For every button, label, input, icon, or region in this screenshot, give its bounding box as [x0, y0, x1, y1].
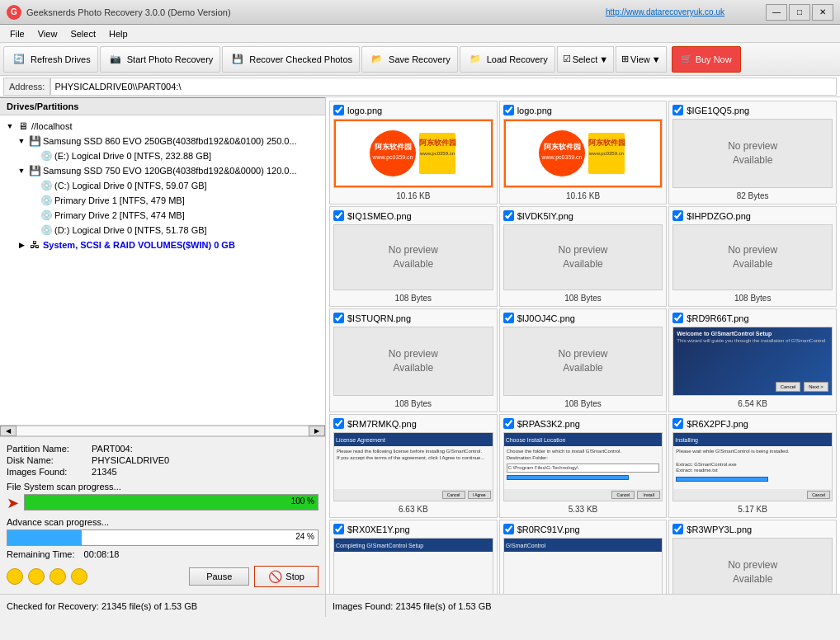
thumb-name-9: $RD9R66T.png: [687, 313, 748, 323]
maximize-button[interactable]: □: [789, 4, 810, 21]
menu-view[interactable]: View: [31, 27, 64, 40]
fs-progress-text: 100 %: [291, 496, 314, 506]
thumb-checkbox-5[interactable]: [503, 210, 514, 221]
thumb-checkbox-13[interactable]: [333, 524, 344, 534]
load-icon: 📁: [467, 51, 484, 68]
thumb-size-11: 5.33 KB: [503, 505, 663, 514]
logo-image-2: 阿东软件园 www.pc0359.cn 阿东软件园 www.pc0359.cn: [504, 120, 663, 187]
thumb-checkbox-12[interactable]: [672, 418, 683, 429]
spacer: [28, 196, 38, 205]
menu-file[interactable]: File: [3, 27, 31, 40]
select-icon: ☑: [563, 54, 571, 64]
expand-icon[interactable]: ▼: [5, 122, 15, 130]
thumb-header-5: $IVDK5IY.png: [503, 210, 663, 221]
url-link[interactable]: http://www.datarecoveryuk.co.uk: [606, 7, 724, 16]
logo-svg-2: 阿东软件园 www.pc0359.cn 阿东软件园 www.pc0359.cn: [537, 129, 628, 178]
installer1-image: License Agreement Please read the follow…: [334, 433, 493, 501]
tree-primary2[interactable]: 💿 Primary Drive 2 [NTFS, 474 MB]: [26, 208, 322, 223]
tree-drive-c[interactable]: 💿 (C:) Logical Drive 0 [NTFS, 59.07 GB]: [26, 178, 322, 193]
status-dot-3: [50, 568, 66, 585]
titlebar: G Geeksnerds Photo Recovery 3.0.0 (Demo …: [0, 0, 840, 25]
adv-progress-text: 24 %: [295, 532, 314, 541]
scrollbar-track: [17, 426, 309, 436]
thumb-header-3: $IGE1QQ5.png: [672, 105, 833, 115]
thumb-item-13: $RX0XE1Y.png Completing G!SmartControl S…: [329, 520, 498, 594]
right-panel[interactable]: logo.png 阿东软件园 www.pc0359.cn 阿东软件园 www.p…: [326, 97, 840, 594]
disk-name-label: Disk Name:: [7, 455, 89, 465]
drives-tree[interactable]: ▼ 🖥 //localhost ▼ 💾 Samsung SSD 860 EVO …: [0, 115, 325, 425]
logo-image-1: 阿东软件园 www.pc0359.cn 阿东软件园 www.pc0359.cn: [334, 120, 493, 187]
tree-drive-d[interactable]: 💿 (D:) Logical Drive 0 [NTFS, 51.78 GB]: [26, 223, 322, 238]
thumb-size-5: 108 Bytes: [503, 294, 663, 303]
tree-primary1[interactable]: 💿 Primary Drive 1 [NTFS, 479 MB]: [26, 193, 322, 208]
tree-drive-e[interactable]: 💿 (E:) Logical Drive 0 [NTFS, 232.88 GB]: [26, 148, 322, 163]
thumb-checkbox-1[interactable]: [333, 105, 344, 115]
thumb-header-1: logo.png: [333, 105, 493, 115]
thumb-header-9: $RD9R66T.png: [672, 313, 833, 323]
thumb-item-6: $IHPDZGO.png No previewAvailable 108 Byt…: [668, 206, 837, 307]
thumb-checkbox-4[interactable]: [333, 210, 344, 221]
tree-localhost[interactable]: ▼ 🖥 //localhost: [3, 119, 322, 134]
thumb-name-12: $R6X2PFJ.png: [687, 419, 748, 429]
thumb-item-12: $R6X2PFJ.png Installing Please wait whil…: [668, 414, 837, 518]
minimize-button[interactable]: —: [766, 4, 787, 21]
scroll-left-btn[interactable]: ◀: [0, 426, 17, 436]
svg-text:www.pc0359.cn: www.pc0359.cn: [371, 154, 413, 161]
remaining-time-row: Remaining Time: 00:08:18: [7, 549, 319, 559]
expand-icon[interactable]: ▶: [17, 241, 26, 249]
stop-button[interactable]: 🚫 Stop: [254, 566, 319, 587]
spacer: [28, 211, 38, 219]
address-input[interactable]: [50, 78, 837, 96]
save-icon: 📂: [369, 51, 385, 68]
thumb-checkbox-3[interactable]: [672, 105, 683, 115]
drive-icon: 💿: [40, 179, 53, 192]
thumb-checkbox-6[interactable]: [672, 210, 683, 221]
thumb-checkbox-9[interactable]: [672, 313, 683, 323]
thumb-item-5: $IVDK5IY.png No previewAvailable 108 Byt…: [499, 206, 668, 307]
select-dropdown[interactable]: ☑ Select ▼: [557, 46, 614, 73]
thumb-size-6: 108 Bytes: [672, 294, 833, 303]
select-arrow: ▼: [599, 54, 608, 64]
pause-button[interactable]: Pause: [189, 567, 249, 586]
horizontal-scrollbar[interactable]: ◀ ▶: [0, 425, 325, 436]
thumb-checkbox-7[interactable]: [333, 313, 344, 323]
start-recovery-button[interactable]: 📷 Start Photo Recovery: [100, 46, 221, 73]
tree-system-scsi[interactable]: ▶ 🖧 System, SCSI & RAID VOLUMES($WIN) 0 …: [15, 238, 322, 252]
buy-now-button[interactable]: 🛒 Buy Now: [672, 46, 741, 73]
fs-scan-label: File System scan progress...: [7, 482, 319, 492]
refresh-drives-button[interactable]: 🔄 Refresh Drives: [3, 46, 98, 73]
thumb-checkbox-8[interactable]: [503, 313, 514, 323]
thumb-preview-7: No previewAvailable: [333, 327, 493, 396]
thumb-header-12: $R6X2PFJ.png: [672, 418, 833, 429]
thumb-checkbox-11[interactable]: [503, 418, 514, 429]
expand-icon[interactable]: ▼: [17, 137, 26, 145]
thumb-name-2: logo.png: [517, 106, 552, 115]
thumb-header-13: $RX0XE1Y.png: [333, 524, 493, 534]
images-found-row: Images Found: 21345: [7, 467, 319, 477]
drive-icon: 💿: [40, 209, 53, 222]
close-button[interactable]: ✕: [812, 4, 833, 21]
scroll-right-btn[interactable]: ▶: [309, 426, 325, 436]
recover-checked-button[interactable]: 💾 Recover Checked Photos: [222, 46, 360, 73]
thumb-item-14: $R0RC91V.png G!SmartControl: [499, 520, 668, 594]
thumb-checkbox-2[interactable]: [503, 105, 514, 115]
thumb-checkbox-14[interactable]: [503, 524, 514, 534]
expand-icon[interactable]: ▼: [17, 167, 26, 175]
view-dropdown[interactable]: ⊞ View ▼: [616, 46, 667, 73]
save-recovery-button[interactable]: 📂 Save Recovery: [361, 46, 458, 73]
svg-point-8: [539, 130, 585, 176]
tree-samsung860[interactable]: ▼ 💾 Samsung SSD 860 EVO 250GB(4038fbd192…: [15, 134, 322, 148]
thumb-checkbox-10[interactable]: [333, 418, 344, 429]
thumb-preview-8: No previewAvailable: [503, 327, 663, 396]
thumb-header-6: $IHPDZGO.png: [672, 210, 833, 221]
tree-samsung750[interactable]: ▼ 💾 Samsung SSD 750 EVO 120GB(4038fbd192…: [15, 163, 322, 178]
thumb-size-12: 5.17 KB: [672, 505, 833, 514]
thumb-size-9: 6.54 KB: [672, 399, 833, 408]
thumb-name-13: $RX0XE1Y.png: [347, 525, 410, 534]
status-dot-2: [28, 568, 45, 585]
status-right-text: Images Found: 21345 file(s) of 1.53 GB: [333, 601, 492, 611]
menu-help[interactable]: Help: [102, 27, 134, 40]
menu-select[interactable]: Select: [64, 27, 102, 40]
load-recovery-button[interactable]: 📁 Load Recovery: [460, 46, 555, 73]
thumb-checkbox-15[interactable]: [672, 524, 683, 534]
